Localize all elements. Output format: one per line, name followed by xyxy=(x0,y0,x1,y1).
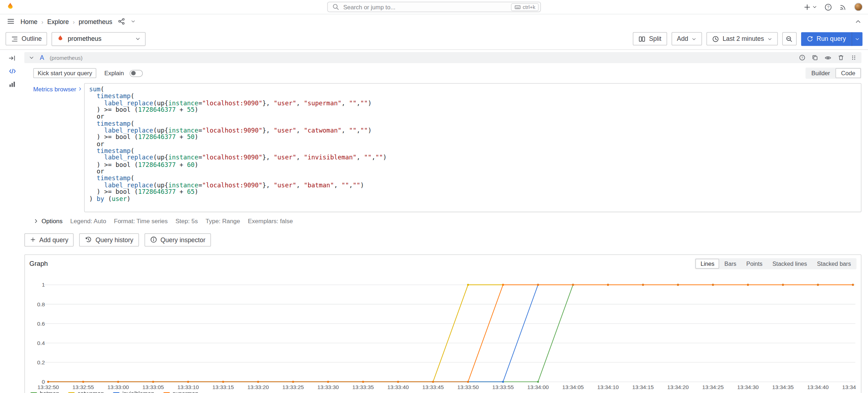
rss-icon xyxy=(839,3,847,11)
graph-style-points[interactable]: Points xyxy=(741,259,767,269)
explain-toggle[interactable] xyxy=(130,70,143,77)
metrics-browser-link[interactable]: Metrics browser xyxy=(33,83,84,212)
share-shortened-link-button[interactable] xyxy=(118,18,125,25)
arrow-to-right-icon xyxy=(8,54,16,62)
svg-text:13:34:25: 13:34:25 xyxy=(702,384,724,390)
code-line: or xyxy=(89,141,857,148)
drag-handle[interactable] xyxy=(850,54,857,61)
legend-label: catwoman xyxy=(78,390,104,393)
collapse-outline-button[interactable] xyxy=(8,54,16,62)
graph-panel-header: Graph LinesBarsPointsStacked linesStacke… xyxy=(25,255,861,270)
graph-style-stacked-lines[interactable]: Stacked lines xyxy=(767,259,812,269)
run-query-button[interactable]: Run query xyxy=(801,32,852,46)
remove-query-button[interactable] xyxy=(838,54,844,61)
svg-text:13:32:55: 13:32:55 xyxy=(72,384,94,390)
add-query-label: Add query xyxy=(39,236,68,243)
graph-style-lines[interactable]: Lines xyxy=(695,259,719,269)
plus-icon xyxy=(30,237,36,243)
options-label: Options xyxy=(42,218,63,225)
breadcrumb: Home›Explore›prometheus xyxy=(20,18,112,25)
explore-side-strip xyxy=(0,50,24,393)
breadcrumb-separator: › xyxy=(42,18,44,25)
collapse-header-button[interactable] xyxy=(855,18,862,25)
prometheus-icon xyxy=(57,35,64,43)
svg-text:0.2: 0.2 xyxy=(37,359,45,365)
option-exemplars: Exemplars: false xyxy=(248,218,293,225)
svg-text:13:34:15: 13:34:15 xyxy=(632,384,654,390)
share-options-caret[interactable] xyxy=(131,19,136,24)
graph-style-toggle: LinesBarsPointsStacked linesStacked bars xyxy=(695,258,857,269)
svg-text:13:33:35: 13:33:35 xyxy=(352,384,374,390)
options-collapse[interactable]: Options xyxy=(33,218,63,225)
news-button[interactable] xyxy=(839,3,847,11)
code-editor[interactable]: sum( timestamp( label_replace(up{instanc… xyxy=(84,83,862,212)
queries-shortcut-button[interactable] xyxy=(8,67,16,75)
query-inspector-button[interactable]: Query inspector xyxy=(144,233,211,246)
legend-label: batman xyxy=(40,390,59,393)
legend-item-invisibleman[interactable]: invisibleman xyxy=(113,390,154,393)
legend-label: invisibleman xyxy=(122,390,154,393)
grafana-logo[interactable] xyxy=(5,2,15,11)
legend-item-superman[interactable]: superman xyxy=(163,390,199,393)
graph-style-bars[interactable]: Bars xyxy=(719,259,741,269)
legend-item-catwoman[interactable]: catwoman xyxy=(68,390,104,393)
split-icon xyxy=(639,35,646,42)
editor-mode-code[interactable]: Code xyxy=(835,68,861,78)
svg-text:13:33:10: 13:33:10 xyxy=(177,384,199,390)
query-history-button[interactable]: Query history xyxy=(79,233,139,246)
graph-panel: Graph LinesBarsPointsStacked linesStacke… xyxy=(24,254,862,393)
svg-text:13:33:40: 13:33:40 xyxy=(387,384,409,390)
split-label: Split xyxy=(649,35,661,42)
query-help-button[interactable]: ? xyxy=(799,54,806,61)
graph-canvas[interactable]: 00.20.40.60.8113:32:5013:32:5513:33:0013… xyxy=(28,272,857,390)
zoom-out-button[interactable] xyxy=(782,32,796,45)
outline-label: Outline xyxy=(21,35,42,42)
caret-down-icon xyxy=(767,36,772,41)
svg-text:13:34:10: 13:34:10 xyxy=(597,384,619,390)
duplicate-query-button[interactable] xyxy=(811,54,818,61)
time-range-picker[interactable]: Last 2 minutes xyxy=(707,32,778,45)
query-options-row: Options Legend: Auto Format: Time series… xyxy=(33,218,862,225)
collapse-query-button[interactable] xyxy=(29,55,34,60)
code-line: or xyxy=(89,168,857,175)
editor-mode-builder[interactable]: Builder xyxy=(806,68,835,78)
query-inspector-label: Query inspector xyxy=(160,236,205,243)
code-line: timestamp( xyxy=(89,121,857,128)
query-history-label: Query history xyxy=(96,236,134,243)
code-line: ) >= bool (1728646377 + 60) xyxy=(89,162,857,168)
graph-style-stacked-bars[interactable]: Stacked bars xyxy=(812,259,856,269)
run-query-options-caret[interactable] xyxy=(852,32,863,46)
new-menu-button[interactable] xyxy=(803,3,817,11)
drag-handle-icon xyxy=(850,54,857,61)
trash-icon xyxy=(838,54,844,61)
graph-legend: batmancatwomaninvisiblemansuperman xyxy=(25,390,861,393)
add-button[interactable]: Add xyxy=(671,32,702,45)
split-button[interactable]: Split xyxy=(633,32,667,45)
code-line: ) >= bool (1728646377 + 55) xyxy=(89,107,857,114)
history-icon xyxy=(85,236,92,243)
user-avatar[interactable] xyxy=(854,3,863,11)
kick-start-button[interactable]: Kick start your query xyxy=(33,68,97,78)
search-input[interactable]: Search or jump to... ctrl+k xyxy=(327,2,541,12)
svg-text:13:34:40: 13:34:40 xyxy=(807,384,829,390)
outline-button[interactable]: Outline xyxy=(5,32,47,45)
breadcrumb-item-home[interactable]: Home xyxy=(20,18,37,25)
option-format: Format: Time series xyxy=(114,218,168,225)
help-button[interactable]: ? xyxy=(824,3,832,11)
editor-mode-toggle: Builder Code xyxy=(805,68,862,79)
code-line: sum( xyxy=(89,86,857,93)
toggle-query-visibility-button[interactable] xyxy=(824,54,831,61)
breadcrumb-item-explore[interactable]: Explore xyxy=(47,18,69,25)
datasource-picker[interactable]: prometheus xyxy=(52,32,146,46)
query-datasource-hint: (prometheus) xyxy=(50,54,83,61)
mega-menu-toggle[interactable] xyxy=(7,17,15,25)
menu-icon xyxy=(7,17,15,25)
breadcrumb-item-prometheus[interactable]: prometheus xyxy=(79,18,112,25)
legend-item-batman[interactable]: batman xyxy=(30,390,59,393)
svg-text:13:33:15: 13:33:15 xyxy=(212,384,234,390)
kick-start-label: Kick start your query xyxy=(38,70,92,77)
graph-shortcut-button[interactable] xyxy=(8,80,16,88)
plus-icon xyxy=(803,3,811,11)
add-query-button[interactable]: Add query xyxy=(24,233,74,246)
search-icon xyxy=(332,3,339,10)
